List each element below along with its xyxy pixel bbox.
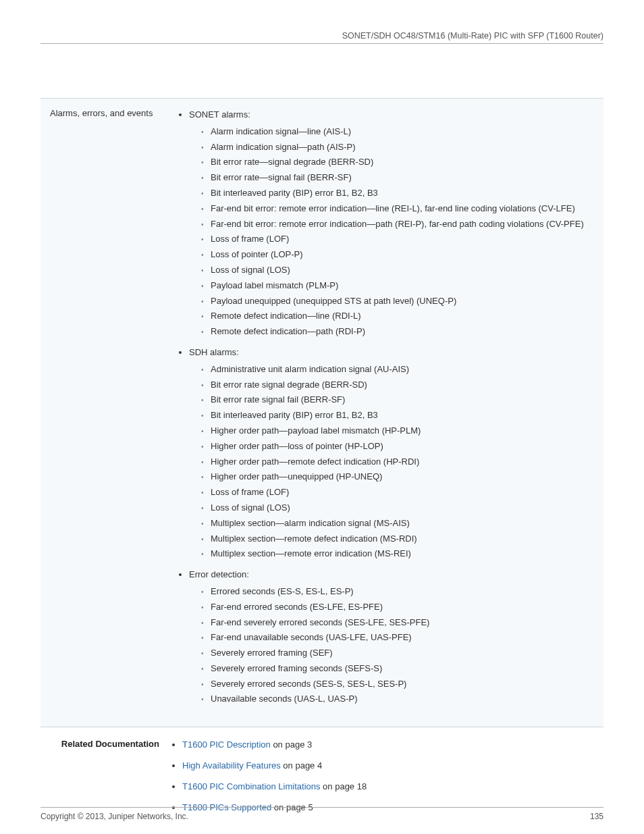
- spec-item: Loss of signal (LOS): [201, 501, 594, 515]
- spec-sub-list: Administrative unit alarm indication sig…: [189, 363, 594, 561]
- spec-group-title: Error detection:: [189, 569, 249, 579]
- spec-item: Multiplex section—remote defect indicati…: [201, 532, 594, 546]
- spec-item: Bit error rate signal fail (BERR-SF): [201, 393, 594, 407]
- spec-item: Higher order path—remote defect indicati…: [201, 455, 594, 469]
- related-link[interactable]: T1600 PIC Description: [182, 739, 271, 750]
- spec-sub-list: Errored seconds (ES-S, ES-L, ES-P)Far-en…: [189, 585, 594, 706]
- footer-copyright: Copyright © 2013, Juniper Networks, Inc.: [41, 812, 188, 821]
- spec-item: Higher order path—payload label mismatch…: [201, 424, 594, 438]
- related-suffix: on page 4: [281, 760, 322, 771]
- spec-item: Alarm indication signal—path (AIS-P): [201, 140, 594, 155]
- spec-group-title: SONET alarms:: [189, 109, 250, 120]
- footer-page-number: 135: [590, 812, 603, 821]
- spec-label-cell: Alarms, errors, and events: [41, 99, 167, 727]
- spec-item: Remote defect indication—line (RDI-L): [201, 309, 594, 323]
- spec-item: Bit interleaved parity (BIP) error B1, B…: [201, 186, 594, 201]
- spec-item: Alarm indication signal—line (AIS-L): [201, 125, 594, 139]
- spec-group: SONET alarms:Alarm indication signal—lin…: [189, 108, 594, 339]
- spec-top-list: SONET alarms:Alarm indication signal—lin…: [177, 108, 594, 706]
- spec-item: Far-end unavailable seconds (UAS-LFE, UA…: [201, 631, 594, 645]
- spec-item: Far-end severely errored seconds (SES-LF…: [201, 616, 594, 630]
- spec-label: Alarms, errors, and events: [50, 108, 153, 118]
- related-suffix: on page 18: [321, 781, 367, 791]
- spec-item: Payload label mismatch (PLM-P): [201, 279, 594, 293]
- spec-item: Higher order path—loss of pointer (HP-LO…: [201, 440, 594, 454]
- related-item: High Availability Features on page 4: [182, 759, 603, 773]
- spec-item: Higher order path—unequipped (HP-UNEQ): [201, 470, 594, 484]
- related-link[interactable]: T1600 PIC Combination Limitations: [182, 781, 321, 791]
- running-header: SONET/SDH OC48/STM16 (Multi-Rate) PIC wi…: [41, 31, 603, 44]
- spec-group: SDH alarms:Administrative unit alarm ind…: [189, 346, 594, 561]
- spec-item: Errored seconds (ES-S, ES-L, ES-P): [201, 585, 594, 599]
- spec-item: Loss of frame (LOF): [201, 232, 594, 246]
- related-item: T1600 PIC Description on page 3: [182, 738, 603, 752]
- spec-item: Payload unequipped (unequipped STS at pa…: [201, 294, 594, 309]
- related-suffix: on page 3: [271, 739, 312, 750]
- spec-table: Alarms, errors, and events SONET alarms:…: [41, 98, 603, 727]
- spec-sub-list: Alarm indication signal—line (AIS-L)Alar…: [189, 125, 594, 339]
- page-footer: Copyright © 2013, Juniper Networks, Inc.…: [41, 807, 603, 821]
- spec-item: Administrative unit alarm indication sig…: [201, 363, 594, 377]
- spec-item: Severely errored framing seconds (SEFS-S…: [201, 662, 594, 676]
- spec-item: Bit error rate signal degrade (BERR-SD): [201, 378, 594, 392]
- spec-item: Loss of frame (LOF): [201, 486, 594, 500]
- spec-item: Remote defect indication—path (RDI-P): [201, 325, 594, 339]
- spec-group: Error detection:Errored seconds (ES-S, E…: [189, 568, 594, 706]
- spec-item: Bit error rate—signal fail (BERR-SF): [201, 171, 594, 185]
- spec-row-alarms: Alarms, errors, and events SONET alarms:…: [41, 99, 603, 727]
- running-title: SONET/SDH OC48/STM16 (Multi-Rate) PIC wi…: [342, 31, 603, 41]
- spec-item: Multiplex section—alarm indication signa…: [201, 517, 594, 531]
- spec-item: Far-end bit error: remote error indicati…: [201, 202, 594, 216]
- spec-item: Unavailable seconds (UAS-L, UAS-P): [201, 692, 594, 706]
- page: SONET/SDH OC48/STM16 (Multi-Rate) PIC wi…: [0, 0, 644, 834]
- spec-item: Severely errored seconds (SES-S, SES-L, …: [201, 677, 594, 692]
- spec-item: Bit error rate—signal degrade (BERR-SD): [201, 155, 594, 170]
- spec-item: Multiplex section—remote error indicatio…: [201, 547, 594, 561]
- spec-item: Loss of pointer (LOP-P): [201, 248, 594, 262]
- spec-item: Loss of signal (LOS): [201, 263, 594, 278]
- spec-group-title: SDH alarms:: [189, 347, 239, 357]
- spec-item: Far-end errored seconds (ES-LFE, ES-PFE): [201, 600, 594, 615]
- spec-item: Bit interleaved parity (BIP) error B1, B…: [201, 409, 594, 423]
- spec-content-cell: SONET alarms:Alarm indication signal—lin…: [167, 99, 603, 727]
- related-link[interactable]: High Availability Features: [182, 760, 281, 771]
- related-item: T1600 PIC Combination Limitations on pag…: [182, 780, 603, 794]
- spec-item: Far-end bit error: remote error indicati…: [201, 217, 594, 232]
- spec-item: Severely errored framing (SEF): [201, 646, 594, 660]
